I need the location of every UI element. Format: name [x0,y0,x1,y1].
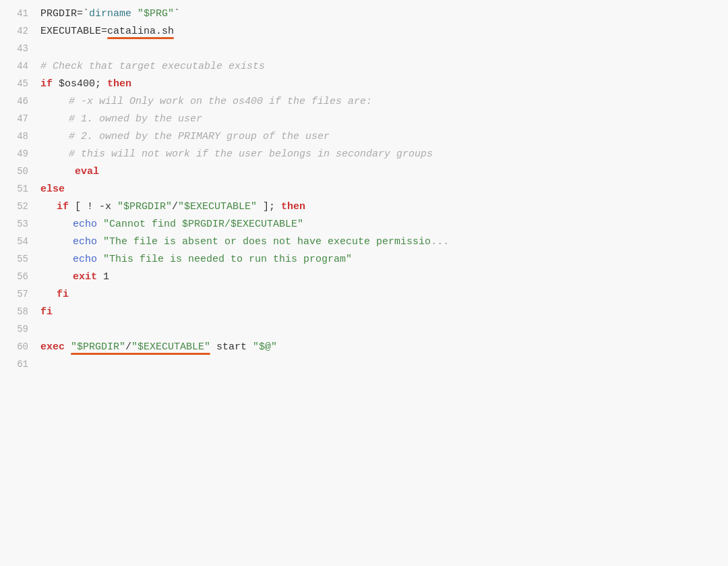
line-number: 42 [0,24,40,38]
line-number: 55 [0,252,40,266]
line-content: # 2. owned by the PRIMARY group of the u… [40,129,728,145]
line-content: # Check that target executable exists [40,59,728,75]
line-number: 60 [0,339,40,354]
table-row: 50 eval [0,163,728,181]
line-number: 41 [0,6,40,21]
table-row: 59 [0,321,728,339]
line-content: exit 1 [40,269,728,285]
table-row: 46 # -x will Only work on the os400 if t… [0,93,728,111]
line-number: 45 [0,76,40,91]
line-content: EXECUTABLE=catalina.sh [40,24,728,40]
line-number: 46 [0,94,40,109]
table-row: 56 exit 1 [0,268,728,286]
line-number: 49 [0,146,40,161]
table-row: 51 else [0,181,728,198]
line-number: 52 [0,199,40,214]
table-row: 48 # 2. owned by the PRIMARY group of th… [0,128,728,146]
line-content: exec "$PRGDIR"/"$EXECUTABLE" start "$@" [40,339,728,356]
table-row: 49 # this will not work if the user belo… [0,146,728,163]
line-number: 61 [0,357,40,372]
line-content: # 1. owned by the user [40,111,728,128]
table-row: 52 if [ ! -x "$PRGDIR"/"$EXECUTABLE" ]; … [0,198,728,216]
code-editor: 41 PRGDIR=`dirname "$PRG"` 42 EXECUTABLE… [0,0,728,566]
line-number: 44 [0,59,40,74]
table-row: 45 if $os400; then [0,76,728,93]
table-row: 44 # Check that target executable exists [0,58,728,76]
line-content: fi [40,304,728,320]
line-content: if [ ! -x "$PRGDIR"/"$EXECUTABLE" ]; the… [40,199,728,215]
table-row: 60 exec "$PRGDIR"/"$EXECUTABLE" start "$… [0,339,728,356]
table-row: 55 echo "This file is needed to run this… [0,251,728,268]
line-content: PRGDIR=`dirname "$PRG"` [40,6,728,22]
line-number: 47 [0,111,40,126]
table-row: 61 [0,356,728,374]
line-content: # this will not work if the user belongs… [40,146,728,163]
table-row: 43 [0,40,728,58]
line-content: echo "Cannot find $PRGDIR/$EXECUTABLE" [40,217,728,233]
table-row: 53 echo "Cannot find $PRGDIR/$EXECUTABLE… [0,216,728,233]
line-content: else [40,181,728,198]
table-row: 57 fi [0,286,728,304]
line-number: 58 [0,304,40,319]
line-number: 53 [0,217,40,231]
line-number: 50 [0,164,40,179]
table-row: 58 fi [0,304,728,321]
line-number: 51 [0,181,40,196]
line-number: 56 [0,269,40,284]
line-content: eval [40,164,728,180]
line-number: 54 [0,234,40,249]
table-row: 47 # 1. owned by the user [0,111,728,128]
line-content: # -x will Only work on the os400 if the … [40,94,728,110]
line-number: 57 [0,287,40,302]
line-content: if $os400; then [40,76,728,92]
line-number: 43 [0,41,40,56]
table-row: 54 echo "The file is absent or does not … [0,233,728,251]
line-content: echo "The file is absent or does not hav… [40,234,728,250]
table-row: 41 PRGDIR=`dirname "$PRG"` [0,5,728,23]
line-content: echo "This file is needed to run this pr… [40,252,728,268]
line-content: fi [40,287,728,303]
line-number: 48 [0,129,40,144]
line-number: 59 [0,322,40,337]
table-row: 42 EXECUTABLE=catalina.sh [0,23,728,40]
